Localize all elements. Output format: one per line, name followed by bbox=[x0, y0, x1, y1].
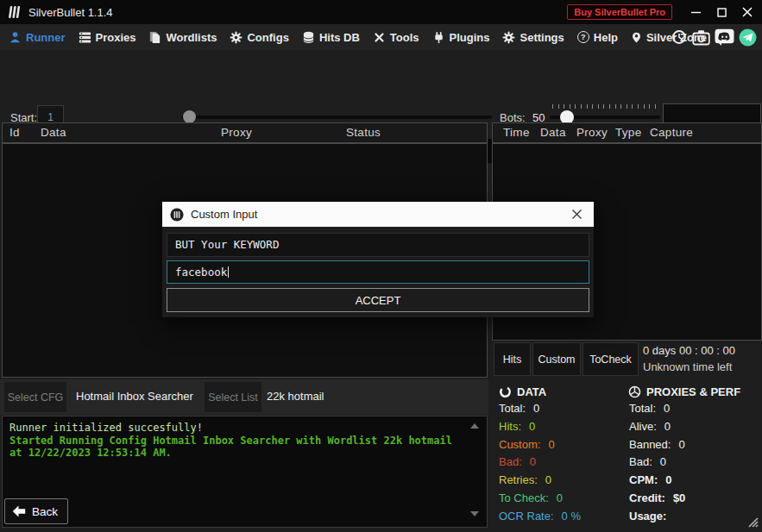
column-header-data: Data bbox=[540, 126, 566, 139]
column-header-proxy: Proxy bbox=[221, 126, 252, 139]
stat-row: Bad:0 bbox=[499, 455, 581, 473]
column-header-id: Id bbox=[9, 126, 20, 139]
time-left: Unknown time left bbox=[643, 360, 732, 373]
data-ring-icon bbox=[499, 385, 512, 398]
back-arrow-icon bbox=[12, 505, 26, 517]
menu-item-configs[interactable]: Configs bbox=[230, 31, 288, 44]
hits-table-header: Time Data Proxy Type Capture bbox=[493, 123, 761, 144]
column-header-data: Data bbox=[41, 126, 66, 139]
history-icon[interactable] bbox=[671, 28, 688, 46]
stat-row: Retries:0 bbox=[499, 473, 581, 491]
log-console[interactable]: Runner initialized succesfully! Started … bbox=[2, 416, 488, 528]
tab-tocheck[interactable]: ToCheck bbox=[583, 342, 639, 376]
slider-ticks bbox=[552, 104, 659, 109]
select-list-button[interactable]: Select List bbox=[205, 382, 261, 412]
dialog-title: Custom Input bbox=[191, 208, 257, 221]
buy-pro-button[interactable]: Buy SilverBullet Pro bbox=[567, 4, 672, 20]
stat-row: Banned:0 bbox=[629, 438, 685, 456]
menu-item-hits-db[interactable]: Hits DB bbox=[302, 31, 360, 44]
menu-item-wordlists[interactable]: Wordlists bbox=[148, 31, 217, 44]
menu-item-runner[interactable]: Runner bbox=[9, 31, 66, 44]
log-line: Runner initialized succesfully! bbox=[9, 422, 468, 435]
scroll-up-arrow-icon[interactable] bbox=[470, 423, 479, 429]
database-icon bbox=[302, 31, 315, 44]
column-header-time: Time bbox=[503, 126, 530, 139]
help-icon: ? bbox=[577, 31, 589, 43]
config-bar: Select CFG Hotmail Inbox Searcher Select… bbox=[0, 379, 488, 415]
dialog-title-bar: Custom Input bbox=[162, 202, 594, 227]
maximize-button[interactable] bbox=[708, 0, 734, 24]
proxies-icon bbox=[79, 31, 91, 44]
custom-input-dialog: Custom Input BUT Your KEYWORD facebook A… bbox=[162, 202, 594, 317]
tab-custom[interactable]: Custom bbox=[532, 342, 581, 376]
elapsed-time: 0 days 00 : 00 : 00 bbox=[643, 344, 735, 357]
runner-icon bbox=[9, 31, 22, 44]
resize-grip[interactable] bbox=[746, 516, 759, 528]
menu-item-plugins[interactable]: Plugins bbox=[432, 31, 490, 44]
menu-item-tools[interactable]: Tools bbox=[373, 31, 419, 44]
menu-bar: Runner Proxies Wordlists Configs Hits DB… bbox=[0, 24, 762, 50]
camera-icon[interactable] bbox=[692, 29, 710, 46]
slider-thumb[interactable] bbox=[183, 110, 196, 123]
column-header-proxy: Proxy bbox=[576, 126, 608, 139]
discord-icon[interactable] bbox=[715, 28, 734, 46]
stat-row: Hits:0 bbox=[499, 420, 581, 438]
dialog-close-icon[interactable] bbox=[567, 205, 586, 224]
stat-row: CPM:0 bbox=[629, 473, 685, 491]
map-pin-icon bbox=[631, 31, 642, 44]
stat-row: Bad:0 bbox=[629, 455, 685, 473]
proxies-panel: Total:0 Alive:0 Banned:0 Bad:0 CPM:0 Cre… bbox=[629, 402, 685, 528]
proxies-panel-header: PROXIES & PERF bbox=[628, 385, 740, 398]
menu-item-help[interactable]: ? Help bbox=[577, 31, 618, 44]
gear-icon bbox=[502, 31, 515, 44]
app-logo-icon bbox=[7, 5, 22, 19]
wordlists-icon bbox=[148, 31, 161, 44]
scroll-down-arrow-icon[interactable] bbox=[470, 511, 479, 516]
stat-row: Total:0 bbox=[629, 402, 685, 420]
tab-hits[interactable]: Hits bbox=[494, 342, 531, 376]
stat-row: Usage: bbox=[629, 510, 685, 528]
menu-item-settings[interactable]: Settings bbox=[502, 31, 564, 44]
accept-button[interactable]: ACCEPT bbox=[167, 288, 589, 312]
stat-row: OCR Rate:0 % bbox=[499, 510, 581, 528]
wordlist-name: 22k hotmail bbox=[267, 390, 324, 403]
column-header-capture: Capture bbox=[650, 126, 693, 139]
column-header-status: Status bbox=[346, 126, 381, 139]
keyword-input[interactable]: facebook bbox=[167, 260, 589, 284]
data-panel: Total:0 Hits:0 Custom:0 Bad:0 Retries:0 … bbox=[499, 402, 581, 528]
column-header-type: Type bbox=[615, 126, 641, 139]
close-button[interactable] bbox=[734, 0, 760, 24]
dialog-prompt: BUT Your KEYWORD bbox=[167, 233, 589, 257]
dialog-logo-icon bbox=[170, 208, 184, 222]
title-bar: SilverBullet 1.1.4 Buy SilverBullet Pro bbox=[0, 0, 762, 24]
menu-item-proxies[interactable]: Proxies bbox=[79, 31, 136, 44]
back-button[interactable]: Back bbox=[4, 498, 68, 524]
select-cfg-button[interactable]: Select CFG bbox=[4, 382, 66, 412]
proxies-wheel-icon bbox=[628, 385, 641, 398]
log-lines: Runner initialized succesfully! Started … bbox=[3, 416, 487, 465]
log-line: Started Running Config Hotmail Inbox Sea… bbox=[9, 435, 468, 460]
telegram-icon[interactable] bbox=[739, 28, 757, 47]
text-caret bbox=[228, 266, 229, 278]
runner-controls: Start: 1 Prog:0 / 22612 (0%) Bots: 50 Pr… bbox=[0, 50, 762, 122]
tray-icons bbox=[671, 24, 757, 50]
stat-row: To Check:0 bbox=[499, 491, 581, 510]
data-panel-header: DATA bbox=[499, 385, 546, 398]
stat-row: Alive:0 bbox=[629, 420, 685, 438]
plug-icon bbox=[432, 31, 445, 44]
tools-icon bbox=[373, 31, 386, 44]
stat-row: Total:0 bbox=[499, 402, 581, 420]
slider-track bbox=[181, 116, 492, 119]
stat-row: Custom:0 bbox=[499, 438, 581, 456]
minimize-button[interactable] bbox=[683, 0, 708, 24]
app-title: SilverBullet 1.1.4 bbox=[28, 6, 113, 19]
data-table-header: Id Data Proxy Status bbox=[3, 123, 487, 144]
stat-row: Credit:$0 bbox=[629, 491, 685, 510]
gear-icon bbox=[230, 31, 242, 44]
config-name: Hotmail Inbox Searcher bbox=[76, 390, 193, 403]
